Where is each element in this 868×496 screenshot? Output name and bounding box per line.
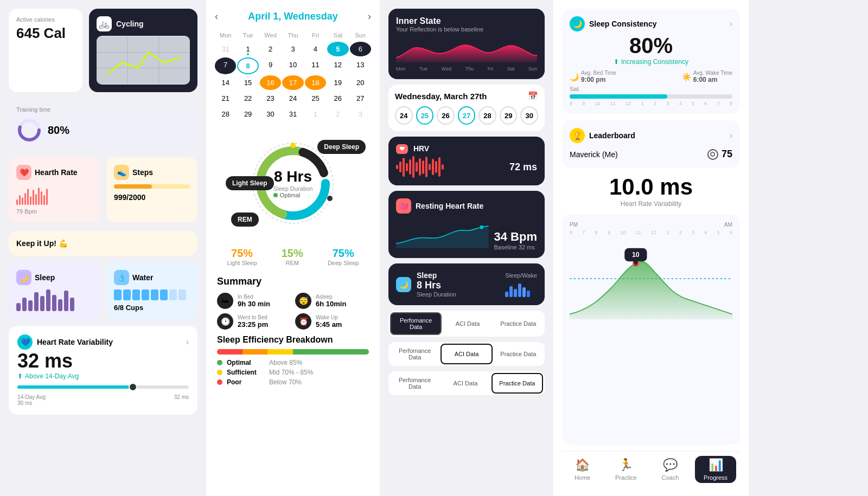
- cal-cell[interactable]: 29: [237, 107, 258, 121]
- cal-cell[interactable]: 22: [237, 91, 258, 106]
- tab-practice-1[interactable]: Practice Data: [494, 312, 543, 335]
- cal-cell-selected[interactable]: 8: [237, 57, 258, 74]
- sleep-bar: [52, 295, 56, 311]
- lb-chevron-icon[interactable]: ›: [730, 131, 732, 140]
- sleep-rem-pct: 15%: [282, 247, 303, 260]
- cal-cell[interactable]: 11: [305, 57, 326, 74]
- summary-item-asleep: 😴 Asleep 6h 10min: [295, 293, 369, 309]
- hrv-slider-thumb[interactable]: [129, 383, 137, 391]
- heart-rate-card[interactable]: ❤️ Hearth Rate 79 Bpm: [9, 157, 100, 222]
- tab-performance-1[interactable]: Perfomance Data: [390, 312, 442, 335]
- hrv-wave-row: 72 ms: [396, 156, 537, 178]
- tab-performance-3[interactable]: Perfomance Data: [390, 373, 439, 394]
- cal-cell[interactable]: 13: [350, 57, 371, 74]
- cal-cell[interactable]: 12: [327, 57, 348, 74]
- date-selector-title: Wednesday, March 27th 📅: [395, 91, 538, 101]
- tab-set-1: Perfomance Data ACI Data Practice Data: [388, 311, 545, 337]
- cal-cell[interactable]: 6: [350, 42, 371, 56]
- nav-item-practice[interactable]: 🏃 Practice: [607, 456, 646, 483]
- cal-cell[interactable]: 24: [282, 91, 303, 106]
- cal-cell[interactable]: 10: [282, 57, 303, 74]
- cal-cell[interactable]: 7: [215, 57, 236, 74]
- hrv-chevron-icon[interactable]: ›: [186, 337, 189, 347]
- cal-cell[interactable]: 15: [237, 75, 258, 90]
- rhr-card[interactable]: 💓 Resting Heart Rate 34 Bpm Baseline 32 …: [388, 191, 545, 258]
- nav-item-coach[interactable]: 💬 Coach: [653, 456, 688, 483]
- cal-cell-today[interactable]: 5: [327, 42, 348, 56]
- cal-cell[interactable]: 3: [282, 42, 303, 56]
- sc-chevron-icon[interactable]: ›: [730, 19, 732, 29]
- hrv-left-card[interactable]: 💙 Heart Rate Variability › 32 ms ⬆ Above…: [9, 326, 197, 415]
- cal-cell[interactable]: 1: [305, 107, 326, 121]
- tab-practice-3[interactable]: Practice Data: [492, 373, 543, 394]
- rhr-area: 34 Bpm Baseline 32 ms: [396, 218, 537, 250]
- cal-cell-highlight[interactable]: 16: [260, 75, 281, 90]
- tab-practice-2[interactable]: Practice Data: [494, 344, 543, 364]
- lb-title: Leaderboard: [589, 131, 635, 140]
- tab-aci-1[interactable]: ACI Data: [443, 312, 492, 335]
- cal-cell[interactable]: 19: [327, 75, 348, 90]
- cal-cell[interactable]: 20: [350, 75, 371, 90]
- calendar-next-button[interactable]: ›: [368, 11, 371, 22]
- cal-cell-highlight[interactable]: 17: [282, 75, 303, 90]
- cal-cell[interactable]: 3: [350, 107, 371, 121]
- cal-cell[interactable]: 23: [260, 91, 281, 106]
- tab-aci-2[interactable]: ACI Data: [441, 344, 492, 364]
- date-circle-29[interactable]: 29: [500, 106, 518, 125]
- water-card[interactable]: 💧 Water 6/8 Cups: [106, 262, 197, 319]
- date-circle-28[interactable]: 28: [478, 106, 496, 125]
- sleep-center: 8 Hrs Sleep Duration Optimal: [273, 168, 313, 198]
- sleep-stats: 75% Light Sleep 15% REM 75% Deep Sleep: [215, 243, 371, 270]
- date-circle-27[interactable]: 27: [458, 106, 476, 125]
- cal-cell[interactable]: 2: [260, 42, 281, 56]
- hrv-dark-card[interactable]: ❤ HRV 72 ms: [388, 137, 545, 185]
- cal-cell[interactable]: 30: [260, 107, 281, 121]
- lb-title-row: 🏆 Leaderboard: [570, 128, 635, 143]
- sleep-card[interactable]: 🌙 Sleep: [9, 262, 100, 319]
- cal-cell[interactable]: 1: [237, 42, 258, 56]
- active-calories-card: Active calories 645 Cal: [9, 9, 82, 92]
- sleep-bars: [16, 289, 92, 311]
- tab-performance-2[interactable]: Perfomance Data: [390, 344, 439, 364]
- date-circle-26[interactable]: 26: [437, 106, 455, 125]
- hrv-avg-label: 14-Day Avg: 30 ms: [17, 394, 47, 406]
- sc-icon: 🌙: [570, 16, 585, 31]
- hrv-dark-title: ❤ HRV: [396, 144, 537, 153]
- date-circle-25[interactable]: 25: [416, 106, 434, 125]
- cal-cell[interactable]: 4: [305, 42, 326, 56]
- sleep-dark-label: Sleep Duration: [417, 291, 456, 298]
- cal-cell[interactable]: 9: [260, 57, 281, 74]
- hrv-dark-value: 72 ms: [509, 162, 537, 173]
- sleep-dark-title: Sleep: [417, 271, 456, 280]
- cal-cell[interactable]: 21: [215, 91, 236, 106]
- sleep-optimal: Optimal: [273, 192, 313, 198]
- tab-aci-3[interactable]: ACI Data: [441, 373, 490, 394]
- calendar-prev-button[interactable]: ‹: [215, 11, 218, 22]
- nav-item-home[interactable]: 🏠 Home: [566, 456, 599, 483]
- calendar-icon[interactable]: 📅: [528, 91, 538, 101]
- hrv-spike: [412, 156, 414, 178]
- cal-cell[interactable]: 26: [327, 91, 348, 106]
- cal-cell[interactable]: 31: [282, 107, 303, 121]
- date-circle-24[interactable]: 24: [395, 106, 413, 125]
- sc-bed-time: 🌙 Avg. Bed Time 9:00 pm: [570, 70, 616, 83]
- nav-item-progress[interactable]: 📊 Progress: [695, 456, 736, 483]
- date-circle-30[interactable]: 30: [520, 106, 538, 125]
- hrv-spike: [403, 158, 405, 177]
- inner-state-card: Inner State Your Reflection is below bas…: [388, 9, 545, 79]
- cal-cell[interactable]: 25: [305, 91, 326, 106]
- steps-card[interactable]: 👟 Steps 999/2000: [106, 157, 197, 222]
- cal-cell[interactable]: 28: [215, 107, 236, 121]
- steps-header: 👟 Steps: [114, 165, 190, 180]
- water-icon-box: 💧: [114, 270, 129, 285]
- cal-cell[interactable]: 14: [215, 75, 236, 90]
- sleep-bar: [34, 292, 39, 311]
- cal-cell-highlight[interactable]: 18: [305, 75, 326, 90]
- sleep-dark-card[interactable]: 🌙 Sleep 8 Hrs Sleep Duration Sleep/Wake: [388, 263, 545, 305]
- cal-cell[interactable]: 31: [215, 42, 236, 56]
- cal-cell[interactable]: 27: [350, 91, 371, 106]
- cal-cell[interactable]: 2: [327, 107, 348, 121]
- progress-label: Progress: [704, 474, 727, 481]
- efficiency-bar: [217, 349, 369, 355]
- calendar-title: April 1, Wednesday: [248, 11, 338, 22]
